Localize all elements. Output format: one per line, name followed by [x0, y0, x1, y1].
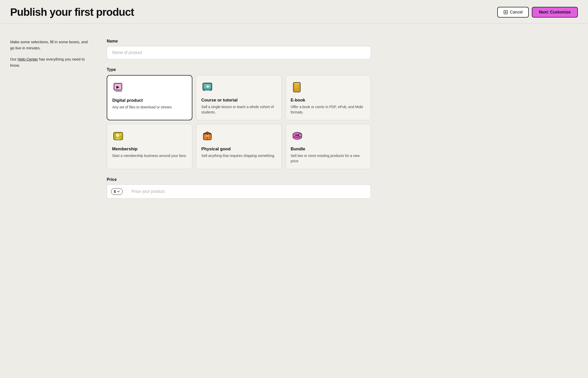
name-input[interactable] — [107, 46, 371, 59]
currency-pill: $ — [111, 188, 123, 195]
sidebar-intro: Make some selections, fill in some boxes… — [10, 39, 91, 51]
svg-rect-19 — [120, 134, 122, 134]
chevron-down-icon — [117, 190, 120, 193]
price-input[interactable] — [127, 185, 371, 198]
svg-rect-20 — [120, 135, 122, 136]
type-title-digital: Digital product — [112, 98, 187, 103]
cancel-icon — [503, 10, 508, 14]
type-icon-digital — [112, 81, 126, 94]
header: Publish your first product Cancel Next: … — [0, 0, 588, 24]
type-title-bundle: Bundle — [291, 147, 366, 152]
sidebar-help: Our Help Center has everything you need … — [10, 56, 91, 68]
name-field-group: Name — [107, 39, 371, 67]
type-card-membership[interactable]: Membership Start a membership business a… — [107, 124, 192, 169]
svg-rect-16 — [293, 82, 295, 92]
type-icon-course — [201, 81, 214, 94]
price-label: Price — [107, 177, 371, 182]
type-grid: Digital product Any set of files to down… — [107, 75, 371, 169]
svg-rect-13 — [294, 85, 299, 85]
svg-text:$$$: $$$ — [295, 134, 299, 137]
price-input-wrapper: $ — [107, 184, 371, 199]
type-title-course: Course or tutorial — [201, 98, 276, 103]
type-desc-course: Sell a single lesson or teach a whole co… — [201, 104, 276, 115]
sidebar: Make some selections, fill in some boxes… — [10, 39, 91, 199]
type-desc-ebook: Offer a book or comic in PDF, ePub, and … — [291, 104, 366, 115]
svg-rect-25 — [206, 135, 209, 137]
type-label: Type — [107, 67, 371, 72]
form-area: Name Type Digital product Any set of fil… — [107, 39, 371, 199]
type-desc-bundle: Sell two or more existing products for a… — [291, 153, 366, 164]
type-card-course[interactable]: Course or tutorial Sell a single lesson … — [196, 75, 282, 120]
type-card-physical[interactable]: Physical good Sell anything that require… — [196, 124, 282, 169]
type-card-digital[interactable]: Digital product Any set of files to down… — [107, 75, 192, 120]
type-card-bundle[interactable]: $$$ ∞ Bundle Sell two or more existing p… — [285, 124, 371, 169]
help-center-link[interactable]: Help Center — [18, 57, 38, 61]
main-content: Make some selections, fill in some boxes… — [0, 24, 381, 209]
page-title: Publish your first product — [10, 6, 134, 18]
price-section: Price $ — [107, 177, 371, 199]
svg-point-18 — [116, 134, 119, 137]
svg-rect-15 — [294, 88, 298, 88]
type-desc-physical: Sell anything that requires shipping som… — [201, 153, 276, 158]
type-title-ebook: E-book — [291, 98, 366, 103]
type-desc-digital: Any set of files to download or stream. — [112, 105, 187, 110]
name-label: Name — [107, 39, 371, 43]
type-desc-membership: Start a membership business around your … — [112, 153, 187, 158]
cancel-button[interactable]: Cancel — [497, 7, 529, 18]
type-section: Type Digital product Any set of files to… — [107, 67, 371, 169]
svg-text:∞: ∞ — [300, 135, 301, 137]
type-card-ebook[interactable]: E-book Offer a book or comic in PDF, ePu… — [285, 75, 371, 120]
header-actions: Cancel Next: Customize — [497, 7, 578, 18]
type-icon-physical — [201, 130, 214, 143]
svg-rect-14 — [294, 86, 298, 87]
type-title-physical: Physical good — [201, 147, 276, 152]
type-icon-membership — [112, 130, 125, 143]
next-customize-button[interactable]: Next: Customize — [532, 7, 578, 18]
type-title-membership: Membership — [112, 147, 187, 152]
type-icon-ebook — [291, 81, 304, 94]
currency-selector-button[interactable]: $ — [107, 185, 127, 198]
type-icon-bundle: $$$ ∞ — [291, 130, 304, 143]
svg-rect-10 — [205, 90, 210, 91]
svg-rect-12 — [294, 83, 299, 84]
